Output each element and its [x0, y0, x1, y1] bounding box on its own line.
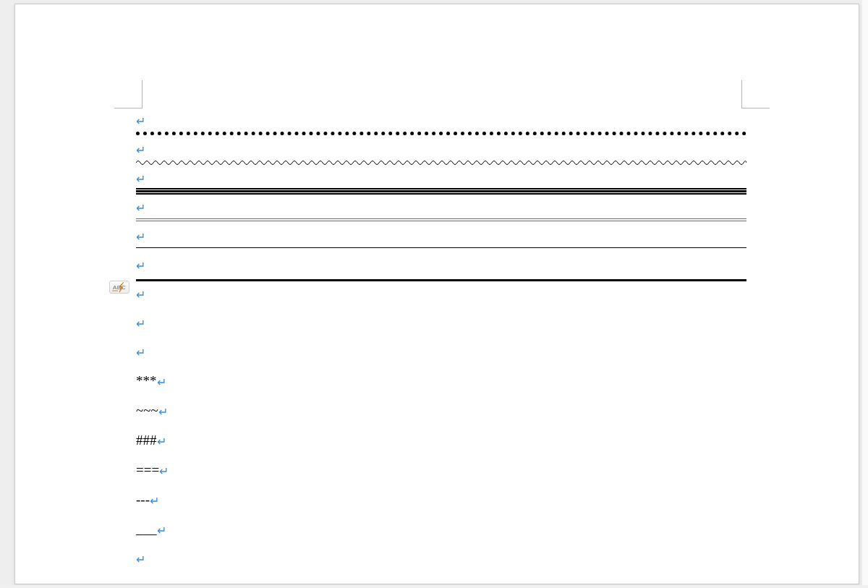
document-body[interactable]: ↵ ↵ ↵ ↵ — [136, 113, 746, 580]
paragraph[interactable]: ===↵ — [136, 462, 746, 479]
paragraph-mark-icon: ↵ — [150, 495, 159, 507]
paragraph-text: ~~~ — [136, 403, 158, 418]
paragraph-mark-icon: ↵ — [157, 377, 166, 388]
horizontal-rule-thin — [136, 247, 746, 248]
paragraph[interactable]: ###↵ — [136, 433, 746, 449]
paragraph[interactable]: ↵ — [136, 171, 746, 187]
paragraph-mark-icon: ↵ — [136, 203, 145, 214]
paragraph-mark-icon: ↵ — [136, 260, 145, 272]
paragraph-text: === — [136, 462, 159, 477]
paragraph[interactable]: ↵ — [136, 142, 746, 158]
paragraph-text: *** — [136, 373, 157, 388]
paragraph-mark-icon: ↵ — [157, 525, 166, 537]
paragraph[interactable]: ↵ — [136, 229, 746, 244]
paragraph[interactable]: ↵ — [136, 315, 746, 331]
paragraph-mark-icon: ↵ — [136, 145, 145, 156]
horizontal-rule-dotted — [136, 132, 746, 135]
lightning-icon — [109, 281, 129, 294]
paragraph[interactable]: ↵ — [136, 257, 746, 273]
autocorrect-options-button[interactable]: ABC — [109, 281, 129, 294]
paragraph-mark-icon: ↵ — [157, 436, 166, 448]
paragraph[interactable]: ↵ — [136, 113, 746, 129]
horizontal-rule-double — [136, 218, 746, 223]
paragraph-mark-icon: ↵ — [136, 289, 145, 301]
paragraph-mark-icon: ↵ — [136, 231, 145, 243]
horizontal-rule-triple — [136, 188, 746, 195]
margin-corner-top-right — [741, 80, 770, 108]
paragraph-mark-icon: ↵ — [136, 174, 145, 185]
paragraph-text: --- — [136, 492, 150, 507]
horizontal-rule-thick — [136, 279, 746, 281]
horizontal-scrollbar[interactable] — [0, 585, 868, 588]
vertical-scrollbar[interactable] — [862, 0, 868, 588]
paragraph[interactable]: ↵ — [136, 551, 746, 567]
paragraph-text: ___ — [136, 521, 157, 537]
horizontal-rule-wave — [136, 159, 746, 166]
paragraph-mark-icon: ↵ — [136, 318, 145, 330]
margin-corner-top-left — [114, 80, 142, 108]
paragraph-mark-icon: ↵ — [159, 466, 169, 477]
paragraph-mark-icon: ↵ — [136, 554, 145, 566]
paragraph-mark-icon: ↵ — [136, 116, 145, 127]
paragraph-mark-icon: ↵ — [158, 406, 168, 418]
page[interactable]: ABC ↵ ↵ ↵ — [14, 4, 859, 584]
paragraph[interactable]: ***↵ — [136, 373, 746, 390]
paragraph-text: ### — [136, 433, 157, 448]
paragraph[interactable]: ↵ — [136, 344, 746, 360]
paragraph[interactable]: ___↵ — [136, 521, 746, 538]
paragraph[interactable]: ~~~↵ — [136, 403, 746, 419]
paragraph[interactable]: ↵ — [136, 200, 746, 216]
paragraph-mark-icon: ↵ — [136, 347, 145, 359]
paragraph[interactable]: ↵ — [136, 286, 746, 302]
document-viewport: ABC ↵ ↵ ↵ — [0, 0, 868, 588]
paragraph[interactable]: ---↵ — [136, 492, 746, 508]
